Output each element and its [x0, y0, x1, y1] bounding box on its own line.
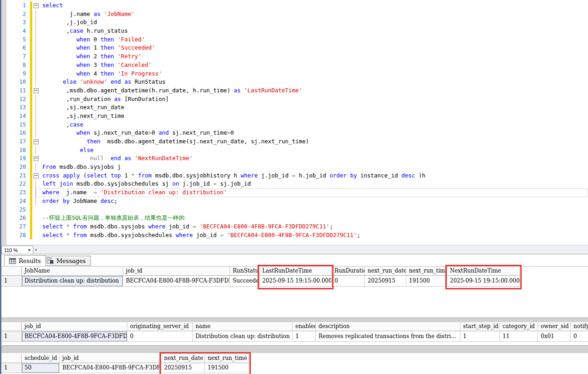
column-header-job_id[interactable]: job_id [22, 322, 127, 331]
token-kw: select [42, 2, 63, 9]
column-header-owner_sid[interactable]: owner_sid [538, 322, 571, 331]
column-header-next_run_date[interactable]: next_run_date [365, 267, 406, 276]
editor-line-3[interactable]: 3 ,j.job_id [6, 18, 588, 27]
code-text: when 2 then 'Retry' [40, 52, 141, 61]
editor-line-14[interactable]: 14 ,sj.next_run_time [6, 112, 588, 121]
outline-guide-line [35, 78, 36, 86]
column-header-enabled[interactable]: enabled [293, 322, 316, 331]
editor-line-15[interactable]: 15 ,case [6, 121, 588, 129]
column-header-job_id[interactable]: job_id [123, 267, 230, 276]
column-header-originating_server_id[interactable]: originating_server_id [127, 322, 193, 331]
outlining-margin [32, 18, 40, 27]
column-header-next_run_time[interactable]: next_run_time [205, 354, 249, 363]
grid-select-all-corner[interactable] [1, 322, 22, 331]
grid-cell[interactable]: 1 [293, 331, 316, 342]
token-kw: when [76, 70, 90, 77]
scroll-left-icon[interactable]: ◄ [33, 247, 38, 253]
token-kw: then [100, 70, 114, 77]
editor-line-21[interactable]: 21cross apply (select top 1 * from msdb.… [6, 172, 588, 180]
grid-cell[interactable]: Succeeded [230, 276, 259, 287]
grid-cell[interactable]: 11 [500, 331, 538, 342]
grid-cell[interactable]: 191500 [406, 276, 447, 287]
grid-select-all-corner[interactable] [1, 267, 22, 276]
column-header-next_run_time[interactable]: next_run_time [406, 267, 447, 276]
outline-guide-line [35, 44, 36, 52]
editor-line-23[interactable]: 23where j.name = 'Distribution clean up:… [6, 188, 588, 197]
editor-line-6[interactable]: 6 when 1 then 'Succeeded' [6, 44, 588, 52]
grid-cell[interactable]: 0x01 [538, 331, 571, 342]
editor-line-20[interactable]: 20From msdb.dbo.sysjobs j [6, 163, 588, 172]
grid-cell[interactable]: BECFCA04-E800-4F8B-9FCA-F3DFDD279C11 [22, 331, 127, 342]
collapse-box-icon[interactable] [34, 173, 39, 178]
grid-select-all-corner[interactable] [1, 354, 22, 363]
row-header[interactable]: 1 [1, 363, 22, 373]
editor-line-4[interactable]: 4 ,case h.run_status [6, 27, 588, 35]
grid-cell[interactable]: BECFCA04-E800-4F8B-9FCA-F3DFDD279C11 [123, 276, 230, 287]
editor-line-16[interactable]: 16 when sj.next_run_date>0 and sj.next_r… [6, 129, 588, 137]
editor-line-17[interactable]: 17 then msdb.dbo.agent_datetime(sj.next_… [6, 137, 588, 146]
column-header-JobName[interactable]: JobName [22, 267, 123, 276]
editor-line-5[interactable]: 5 when 0 then 'Failed' [6, 35, 588, 44]
grid-cell[interactable]: 0 [127, 331, 193, 342]
token-id: j.name [42, 10, 94, 17]
grid-cell[interactable]: 2025-09-15 19:15:00.000 [447, 276, 520, 287]
column-header-start_step_id[interactable]: start_step_id [460, 322, 500, 331]
column-header-LastRunDateTime[interactable]: LastRunDateTime [259, 267, 332, 276]
row-header[interactable]: 1 [1, 276, 22, 287]
editor-line-12[interactable]: 12 ,run_duration as [RunDuration] [6, 95, 588, 104]
editor-line-10[interactable]: 10 else 'unknow' end as RunStatus [6, 78, 588, 86]
grid-cell[interactable]: Distribution clean up: distribution [22, 276, 123, 287]
column-header-name[interactable]: name [193, 322, 293, 331]
editor-line-27[interactable]: 27select * from msdb.dbo.sysjobs where j… [6, 222, 588, 231]
grid-cell[interactable]: 20250915 [161, 363, 205, 373]
column-header-notify_[interactable]: notify_ [571, 322, 588, 331]
column-header-RunDuration[interactable]: RunDuration [332, 267, 365, 276]
editor-line-26[interactable]: 26--怀疑上面SQL有问题，单独查原始表，结果也是一样的 [6, 214, 588, 222]
editor-line-18[interactable]: 18 else [6, 146, 588, 155]
collapse-box-icon[interactable] [34, 3, 39, 8]
row-header[interactable]: 1 [1, 331, 22, 342]
editor-line-13[interactable]: 13 ,sj.next_run_date [6, 103, 588, 112]
editor-line-24[interactable]: 24order by JobName desc; [6, 197, 588, 206]
column-header-description[interactable]: description [316, 322, 460, 331]
line-number: 12 [6, 95, 30, 104]
collapse-box-icon[interactable] [34, 156, 39, 161]
grid-cell[interactable]: 0 [571, 331, 588, 342]
editor-line-28[interactable]: 28select * from msdb.dbo.sysjobschedules… [6, 231, 588, 240]
grid-cell[interactable]: 191500 [205, 363, 249, 373]
sql-editor[interactable]: 1select2 j.name as 'JobName'3 ,j.job_id4… [1, 0, 588, 245]
grid-cell[interactable]: 20250915 [365, 276, 406, 287]
editor-line-25[interactable]: 25 [6, 206, 588, 214]
editor-line-22[interactable]: 22left join msdb.dbo.sysjobschedules sj … [6, 180, 588, 188]
column-header-next_run_date[interactable]: next_run_date [161, 354, 205, 363]
editor-line-11[interactable]: 11 ,msdb.dbo.agent_datetime(h.run_date, … [6, 86, 588, 95]
column-header-NextRunDateTime[interactable]: NextRunDateTime [447, 267, 520, 276]
grid-cell[interactable]: 1 [460, 331, 500, 342]
token-id [42, 53, 76, 60]
editor-horizontal-scrollbar[interactable]: ◄ [31, 245, 588, 254]
collapse-box-icon[interactable] [34, 139, 39, 144]
editor-line-2[interactable]: 2 j.name as 'JobName' [6, 10, 588, 19]
column-header-schedule_id[interactable]: schedule_id [22, 354, 60, 363]
grid-cell[interactable]: BECFCA04-E800-4F8B-9FCA-F3DFDD279C11 [60, 363, 161, 373]
editor-zoom-dropdown[interactable]: 110 % ▼ [1, 246, 33, 254]
column-header-job_id[interactable]: job_id [60, 354, 161, 363]
token-id: msdb.dbo.sysjobschedules [87, 232, 176, 238]
editor-line-1[interactable]: 1select [6, 1, 588, 10]
token-id: 0 [230, 129, 234, 136]
tab-results[interactable]: Results [4, 255, 46, 266]
grid-cell[interactable]: 50 [22, 363, 60, 373]
grid-cell[interactable]: Distribution clean up: distribution [193, 331, 293, 342]
editor-line-19[interactable]: 19 null end as 'NextRunDateTime' [6, 154, 588, 163]
editor-line-8[interactable]: 8 when 3 then 'Canceled' [6, 61, 588, 70]
tab-messages[interactable]: Messages [41, 256, 91, 266]
editor-line-7[interactable]: 7 when 2 then 'Retry' [6, 52, 588, 61]
token-kw: left join [42, 180, 73, 187]
editor-line-9[interactable]: 9 when 4 then 'In Progress' [6, 70, 588, 78]
grid-cell[interactable]: 2025-09-15 19:15:00.000 [259, 276, 332, 287]
grid-cell[interactable]: 0 [332, 276, 365, 287]
column-header-category_id[interactable]: category_id [500, 322, 538, 331]
grid-cell[interactable]: Removes replicated transactions from the… [316, 331, 460, 342]
collapse-box-icon[interactable] [34, 88, 39, 93]
column-header-RunStatus[interactable]: RunStatus [230, 267, 259, 276]
